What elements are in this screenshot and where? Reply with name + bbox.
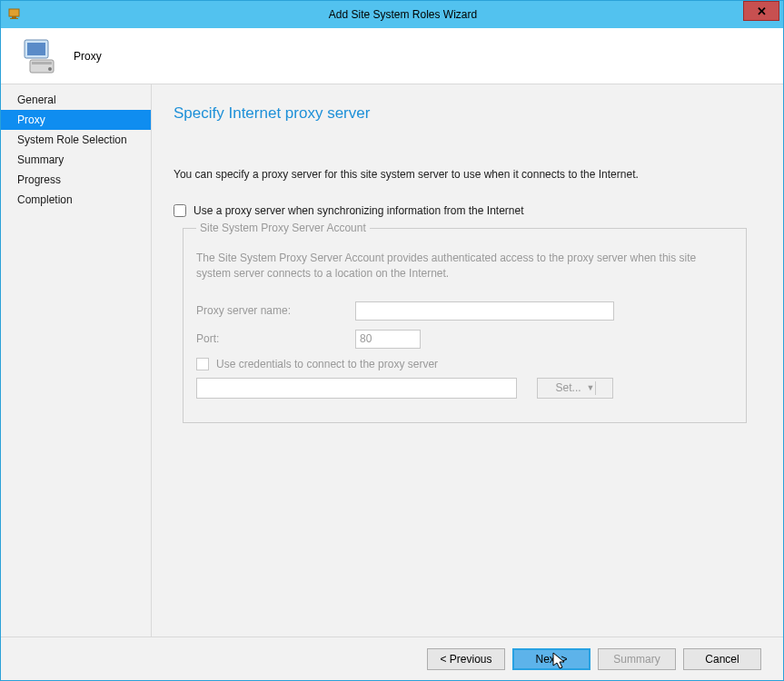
- fieldset-description: The Site System Proxy Server Account pro…: [196, 251, 733, 281]
- wizard-body: General Proxy System Role Selection Summ…: [1, 84, 783, 637]
- wizard-footer: < Previous Next > Summary Cancel: [1, 637, 783, 680]
- wizard-header: Proxy: [1, 28, 783, 84]
- svg-point-7: [48, 67, 52, 71]
- previous-button[interactable]: < Previous: [427, 648, 505, 670]
- svg-rect-1: [12, 16, 16, 18]
- sidebar-item-summary[interactable]: Summary: [1, 150, 151, 170]
- proxy-account-fieldset: Site System Proxy Server Account The Sit…: [183, 228, 747, 423]
- sidebar-item-completion[interactable]: Completion: [1, 190, 151, 210]
- sidebar-item-general[interactable]: General: [1, 90, 151, 110]
- computer-icon: [19, 35, 63, 78]
- cancel-button[interactable]: Cancel: [683, 648, 761, 670]
- titlebar: Add Site System Roles Wizard ✕: [1, 1, 783, 28]
- set-button[interactable]: Set... ▼: [537, 378, 613, 399]
- chevron-down-icon: ▼: [587, 383, 595, 392]
- use-credentials-label: Use credentials to connect to the proxy …: [216, 358, 438, 370]
- page-title: Specify Internet proxy server: [174, 104, 747, 123]
- use-credentials-checkbox[interactable]: [196, 358, 209, 370]
- use-proxy-checkbox-row: Use a proxy server when synchronizing in…: [174, 204, 747, 217]
- port-label: Port:: [196, 332, 355, 345]
- next-button[interactable]: Next >: [512, 648, 590, 670]
- sidebar-item-proxy[interactable]: Proxy: [1, 110, 151, 130]
- proxy-name-input[interactable]: [355, 301, 614, 321]
- svg-rect-2: [10, 18, 18, 19]
- set-button-label: Set...: [556, 381, 581, 394]
- use-proxy-label: Use a proxy server when synchronizing in…: [194, 204, 524, 217]
- port-row: Port:: [196, 330, 733, 349]
- sidebar: General Proxy System Role Selection Summ…: [1, 84, 152, 637]
- svg-rect-6: [32, 62, 52, 64]
- use-proxy-checkbox[interactable]: [174, 204, 186, 217]
- svg-rect-4: [27, 43, 45, 55]
- credentials-row: Set... ▼: [196, 378, 733, 399]
- sidebar-item-progress[interactable]: Progress: [1, 170, 151, 190]
- page-description: You can specify a proxy server for this …: [174, 168, 747, 181]
- sidebar-item-system-role-selection[interactable]: System Role Selection: [1, 130, 151, 150]
- proxy-name-label: Proxy server name:: [196, 304, 355, 317]
- use-credentials-row: Use credentials to connect to the proxy …: [196, 358, 733, 370]
- close-button[interactable]: ✕: [743, 1, 779, 21]
- summary-button[interactable]: Summary: [598, 648, 676, 670]
- wizard-window: Add Site System Roles Wizard ✕ Proxy Gen…: [0, 0, 784, 681]
- port-input[interactable]: [355, 330, 421, 349]
- header-step-name: Proxy: [74, 50, 102, 63]
- window-title: Add Site System Roles Wizard: [23, 8, 783, 21]
- app-icon: [8, 7, 23, 22]
- credentials-input[interactable]: [196, 378, 517, 399]
- svg-rect-0: [9, 9, 19, 16]
- close-icon: ✕: [757, 5, 767, 18]
- content-area: Specify Internet proxy server You can sp…: [152, 84, 783, 637]
- fieldset-legend: Site System Proxy Server Account: [196, 222, 370, 234]
- proxy-name-row: Proxy server name:: [196, 301, 733, 321]
